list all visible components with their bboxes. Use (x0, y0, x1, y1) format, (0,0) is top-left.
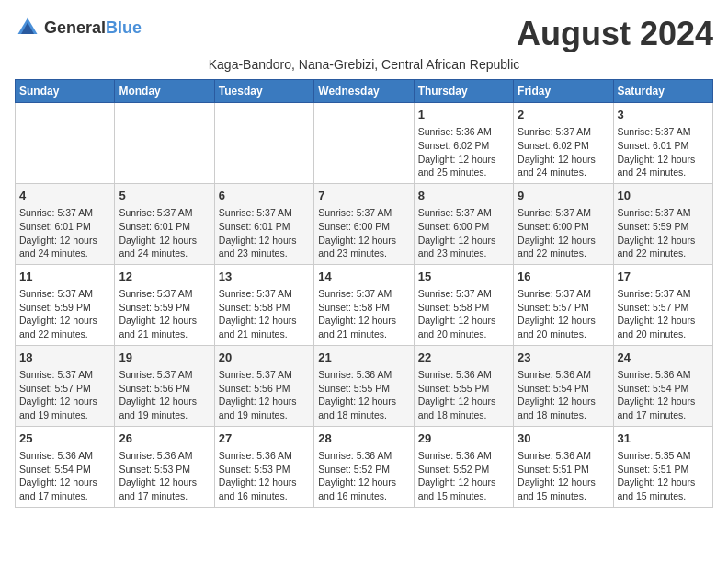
calendar-cell: 16Sunrise: 5:37 AM Sunset: 5:57 PM Dayli… (514, 264, 613, 345)
day-info: Sunrise: 5:37 AM Sunset: 6:01 PM Dayligh… (19, 206, 110, 260)
day-number: 17 (618, 269, 709, 285)
calendar-cell: 24Sunrise: 5:36 AM Sunset: 5:54 PM Dayli… (613, 345, 712, 426)
day-info: Sunrise: 5:37 AM Sunset: 5:58 PM Dayligh… (418, 287, 509, 341)
day-number: 14 (318, 269, 409, 285)
day-number: 7 (318, 188, 409, 204)
day-info: Sunrise: 5:36 AM Sunset: 5:53 PM Dayligh… (119, 449, 210, 503)
day-info: Sunrise: 5:36 AM Sunset: 5:53 PM Dayligh… (219, 449, 310, 503)
day-number: 30 (518, 431, 609, 447)
day-header-wednesday: Wednesday (314, 80, 414, 103)
day-number: 22 (418, 350, 509, 366)
day-number: 1 (418, 107, 509, 123)
calendar-cell: 10Sunrise: 5:37 AM Sunset: 5:59 PM Dayli… (613, 183, 712, 264)
calendar-cell: 8Sunrise: 5:37 AM Sunset: 6:00 PM Daylig… (414, 183, 513, 264)
day-info: Sunrise: 5:37 AM Sunset: 5:57 PM Dayligh… (618, 287, 709, 341)
day-number: 27 (219, 431, 310, 447)
calendar-cell: 7Sunrise: 5:37 AM Sunset: 6:00 PM Daylig… (314, 183, 414, 264)
day-number: 6 (219, 188, 310, 204)
calendar-cell: 20Sunrise: 5:37 AM Sunset: 5:56 PM Dayli… (214, 345, 313, 426)
subtitle: Kaga-Bandoro, Nana-Grebizi, Central Afri… (15, 57, 713, 72)
day-info: Sunrise: 5:37 AM Sunset: 5:59 PM Dayligh… (618, 206, 709, 260)
day-number: 18 (19, 350, 110, 366)
calendar-header-row: SundayMondayTuesdayWednesdayThursdayFrid… (16, 80, 713, 103)
calendar-week-5: 25Sunrise: 5:36 AM Sunset: 5:54 PM Dayli… (16, 426, 713, 507)
calendar-cell: 4Sunrise: 5:37 AM Sunset: 6:01 PM Daylig… (16, 183, 115, 264)
day-number: 29 (418, 431, 509, 447)
day-info: Sunrise: 5:36 AM Sunset: 5:55 PM Dayligh… (418, 368, 509, 422)
day-info: Sunrise: 5:37 AM Sunset: 5:56 PM Dayligh… (119, 368, 210, 422)
day-number: 11 (19, 269, 110, 285)
day-header-thursday: Thursday (414, 80, 513, 103)
day-number: 31 (618, 431, 709, 447)
calendar-table: SundayMondayTuesdayWednesdayThursdayFrid… (15, 79, 713, 508)
day-number: 16 (518, 269, 609, 285)
day-number: 13 (219, 269, 310, 285)
calendar-cell: 19Sunrise: 5:37 AM Sunset: 5:56 PM Dayli… (115, 345, 214, 426)
calendar-cell: 22Sunrise: 5:36 AM Sunset: 5:55 PM Dayli… (414, 345, 513, 426)
calendar-cell: 17Sunrise: 5:37 AM Sunset: 5:57 PM Dayli… (613, 264, 712, 345)
calendar-cell (16, 103, 115, 184)
day-header-monday: Monday (115, 80, 214, 103)
day-info: Sunrise: 5:36 AM Sunset: 5:51 PM Dayligh… (518, 449, 609, 503)
day-info: Sunrise: 5:36 AM Sunset: 5:52 PM Dayligh… (418, 449, 509, 503)
day-number: 28 (318, 431, 409, 447)
calendar-cell: 2Sunrise: 5:37 AM Sunset: 6:02 PM Daylig… (514, 103, 613, 184)
day-number: 24 (618, 350, 709, 366)
calendar-cell: 5Sunrise: 5:37 AM Sunset: 6:01 PM Daylig… (115, 183, 214, 264)
day-header-saturday: Saturday (613, 80, 712, 103)
day-header-tuesday: Tuesday (214, 80, 313, 103)
calendar-cell: 26Sunrise: 5:36 AM Sunset: 5:53 PM Dayli… (115, 426, 214, 507)
day-number: 26 (119, 431, 210, 447)
calendar-cell: 30Sunrise: 5:36 AM Sunset: 5:51 PM Dayli… (514, 426, 613, 507)
calendar-cell: 21Sunrise: 5:36 AM Sunset: 5:55 PM Dayli… (314, 345, 414, 426)
calendar-cell (214, 103, 313, 184)
day-info: Sunrise: 5:36 AM Sunset: 5:54 PM Dayligh… (518, 368, 609, 422)
calendar-cell: 31Sunrise: 5:35 AM Sunset: 5:51 PM Dayli… (613, 426, 712, 507)
day-info: Sunrise: 5:36 AM Sunset: 5:55 PM Dayligh… (318, 368, 409, 422)
day-info: Sunrise: 5:37 AM Sunset: 6:00 PM Dayligh… (318, 206, 409, 260)
calendar-cell: 15Sunrise: 5:37 AM Sunset: 5:58 PM Dayli… (414, 264, 513, 345)
calendar-cell: 14Sunrise: 5:37 AM Sunset: 5:58 PM Dayli… (314, 264, 414, 345)
calendar-cell: 27Sunrise: 5:36 AM Sunset: 5:53 PM Dayli… (214, 426, 313, 507)
day-info: Sunrise: 5:37 AM Sunset: 5:59 PM Dayligh… (19, 287, 110, 341)
day-number: 25 (19, 431, 110, 447)
day-number: 4 (19, 188, 110, 204)
day-info: Sunrise: 5:37 AM Sunset: 5:59 PM Dayligh… (119, 287, 210, 341)
day-info: Sunrise: 5:36 AM Sunset: 5:54 PM Dayligh… (618, 368, 709, 422)
day-number: 15 (418, 269, 509, 285)
calendar-cell (115, 103, 214, 184)
calendar-cell: 12Sunrise: 5:37 AM Sunset: 5:59 PM Dayli… (115, 264, 214, 345)
month-title: August 2024 (517, 15, 713, 53)
day-info: Sunrise: 5:37 AM Sunset: 6:02 PM Dayligh… (518, 125, 609, 179)
calendar-week-3: 11Sunrise: 5:37 AM Sunset: 5:59 PM Dayli… (16, 264, 713, 345)
day-number: 20 (219, 350, 310, 366)
calendar-cell: 25Sunrise: 5:36 AM Sunset: 5:54 PM Dayli… (16, 426, 115, 507)
day-info: Sunrise: 5:37 AM Sunset: 6:01 PM Dayligh… (219, 206, 310, 260)
day-number: 3 (618, 107, 709, 123)
calendar-cell: 23Sunrise: 5:36 AM Sunset: 5:54 PM Dayli… (514, 345, 613, 426)
day-number: 12 (119, 269, 210, 285)
day-number: 8 (418, 188, 509, 204)
calendar-cell (314, 103, 414, 184)
day-info: Sunrise: 5:37 AM Sunset: 5:58 PM Dayligh… (219, 287, 310, 341)
day-header-sunday: Sunday (16, 80, 115, 103)
day-info: Sunrise: 5:37 AM Sunset: 5:56 PM Dayligh… (219, 368, 310, 422)
page-header: GeneralBlue August 2024 (15, 15, 713, 53)
calendar-week-4: 18Sunrise: 5:37 AM Sunset: 5:57 PM Dayli… (16, 345, 713, 426)
day-number: 5 (119, 188, 210, 204)
calendar-cell: 13Sunrise: 5:37 AM Sunset: 5:58 PM Dayli… (214, 264, 313, 345)
day-header-friday: Friday (514, 80, 613, 103)
day-number: 9 (518, 188, 609, 204)
calendar-week-2: 4Sunrise: 5:37 AM Sunset: 6:01 PM Daylig… (16, 183, 713, 264)
day-info: Sunrise: 5:36 AM Sunset: 6:02 PM Dayligh… (418, 125, 509, 179)
calendar-cell: 6Sunrise: 5:37 AM Sunset: 6:01 PM Daylig… (214, 183, 313, 264)
logo: GeneralBlue (15, 15, 142, 40)
day-number: 10 (618, 188, 709, 204)
calendar-cell: 9Sunrise: 5:37 AM Sunset: 6:00 PM Daylig… (514, 183, 613, 264)
calendar-cell: 29Sunrise: 5:36 AM Sunset: 5:52 PM Dayli… (414, 426, 513, 507)
day-info: Sunrise: 5:37 AM Sunset: 6:01 PM Dayligh… (618, 125, 709, 179)
calendar-week-1: 1Sunrise: 5:36 AM Sunset: 6:02 PM Daylig… (16, 103, 713, 184)
logo-text-blue: Blue (106, 18, 142, 37)
calendar-cell: 18Sunrise: 5:37 AM Sunset: 5:57 PM Dayli… (16, 345, 115, 426)
calendar-cell: 11Sunrise: 5:37 AM Sunset: 5:59 PM Dayli… (16, 264, 115, 345)
